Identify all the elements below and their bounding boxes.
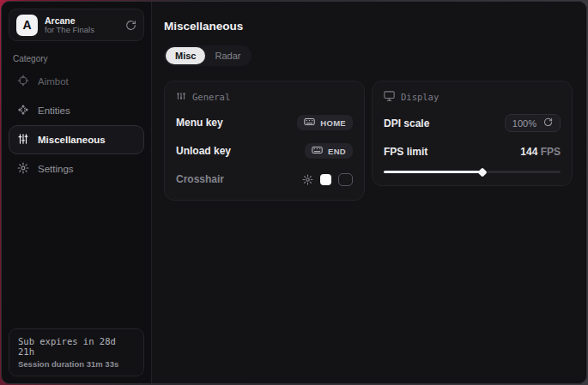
page-title: Miscellaneous: [164, 20, 573, 33]
dpi-scale-label: DPI scale: [384, 117, 429, 129]
crosshair-color-swatch[interactable]: [320, 174, 331, 185]
menu-key-label: Menu key: [176, 117, 223, 129]
tab-radar[interactable]: Radar: [205, 47, 250, 64]
sidebar-item-label: Entities: [38, 105, 70, 116]
cards-row: General Menu key HOME Unload key: [164, 81, 573, 201]
general-card-title: General: [192, 92, 230, 102]
sub-expires-text: Sub expires in 28d 21h: [18, 336, 135, 357]
fps-slider-thumb[interactable]: [478, 167, 488, 177]
brand-logo: A: [16, 15, 38, 36]
menu-key-value: HOME: [320, 118, 346, 128]
fps-slider-fill: [384, 171, 482, 173]
unload-key-row: Unload key END: [176, 142, 353, 159]
fps-limit-value: 144 FPS: [520, 146, 561, 158]
brand-text: Arcane for The Finals: [45, 15, 94, 35]
sliders-icon: [17, 133, 29, 147]
unload-key-value: END: [328, 147, 346, 156]
fps-limit-label: FPS limit: [384, 146, 427, 158]
sidebar-item-settings[interactable]: Settings: [9, 154, 144, 183]
crosshair-row: Crosshair: [176, 171, 353, 188]
sliders-small-icon: [176, 91, 186, 103]
display-card-title: Display: [401, 92, 439, 102]
entities-icon: [17, 104, 29, 117]
dpi-scale-value: 100%: [512, 118, 536, 129]
brand-card: A Arcane for The Finals: [9, 9, 144, 41]
category-label: Category: [13, 54, 144, 63]
unload-key-label: Unload key: [176, 145, 231, 157]
monitor-icon: [384, 91, 395, 103]
fps-unit: FPS: [537, 146, 561, 158]
sidebar-item-miscellaneous[interactable]: Miscellaneous: [9, 125, 144, 154]
sidebar-item-aimbot[interactable]: Aimbot: [9, 67, 144, 96]
sidebar-item-label: Aimbot: [38, 76, 69, 87]
crosshair-settings-gear-icon[interactable]: [302, 174, 313, 185]
crosshair-label: Crosshair: [176, 173, 224, 185]
session-duration-text: Session duration 31m 33s: [18, 359, 135, 369]
general-card: General Menu key HOME Unload key: [164, 81, 365, 201]
menu-key-bind-button[interactable]: HOME: [297, 115, 353, 130]
crosshair-enable-checkbox[interactable]: [338, 173, 353, 186]
gear-icon: [17, 162, 29, 176]
crosshair-icon: [17, 75, 29, 88]
sidebar-item-entities[interactable]: Entities: [9, 96, 144, 125]
app-window: A Arcane for The Finals Category Aimbot: [1, 1, 587, 384]
sidebar-item-label: Miscellaneous: [38, 135, 106, 145]
fps-limit-row: FPS limit 144 FPS: [384, 143, 561, 160]
brand-title: Arcane: [45, 15, 94, 26]
subscription-info-box: Sub expires in 28d 21h Session duration …: [9, 328, 144, 376]
tab-bar: Misc Radar: [164, 45, 252, 66]
unload-key-bind-button[interactable]: END: [305, 143, 353, 159]
sync-icon[interactable]: [125, 20, 136, 31]
main-panel: Miscellaneous Misc Radar General Menu ke…: [152, 2, 586, 383]
dpi-scale-row: DPI scale 100%: [384, 114, 561, 132]
dpi-scale-control[interactable]: 100%: [505, 114, 561, 132]
menu-key-row: Menu key HOME: [176, 114, 353, 131]
sidebar-nav: Aimbot Entities Miscellaneous: [9, 67, 144, 183]
brand-subtitle: for The Finals: [45, 26, 94, 35]
general-card-header: General: [176, 91, 353, 103]
sidebar: A Arcane for The Finals Category Aimbot: [2, 2, 152, 383]
refresh-icon[interactable]: [543, 117, 553, 129]
display-card: Display DPI scale 100% FPS limit: [372, 81, 573, 186]
keyboard-icon: [312, 146, 323, 156]
keyboard-icon: [304, 117, 315, 128]
tab-misc[interactable]: Misc: [166, 47, 205, 64]
fps-limit-slider[interactable]: [384, 171, 561, 173]
crosshair-controls: [302, 173, 353, 186]
sidebar-item-label: Settings: [38, 164, 74, 174]
display-card-header: Display: [384, 91, 561, 103]
